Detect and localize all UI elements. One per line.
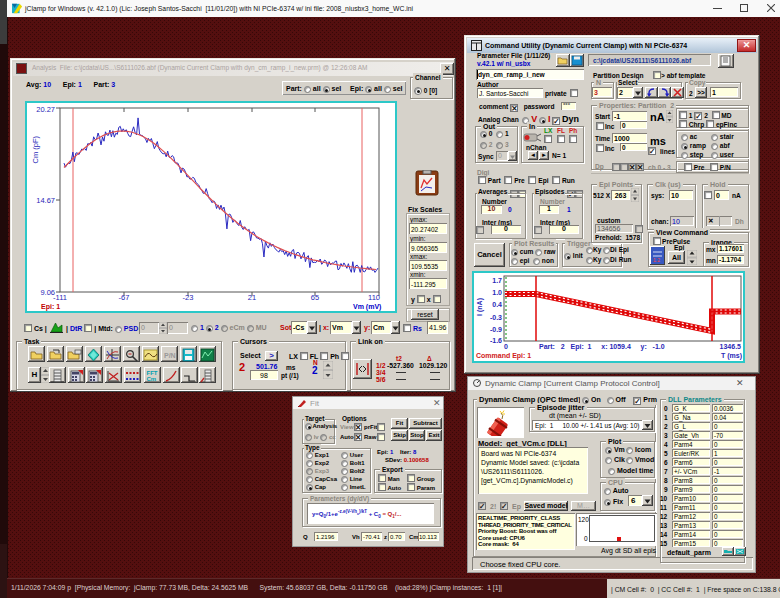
svg-text:21: 21	[248, 293, 256, 302]
svg-text:1.2: 1.2	[653, 257, 660, 263]
svg-text:Cm (pF): Cm (pF)	[31, 136, 40, 164]
svg-text:1.7: 1.7	[492, 277, 502, 284]
svg-text:-0.3: -0.3	[490, 314, 502, 321]
svg-text:P/N: P/N	[164, 352, 176, 359]
svg-text:T (ms): T (ms)	[721, 352, 742, 360]
svg-text:-111: -111	[53, 293, 67, 302]
svg-text:14.67: 14.67	[36, 196, 55, 205]
svg-text:1346.5: 1346.5	[720, 343, 742, 350]
svg-text:0: 0	[504, 343, 508, 350]
svg-text:I (nA): I (nA)	[476, 298, 484, 316]
svg-text:20.27: 20.27	[36, 105, 55, 114]
svg-text:Part: 2 Epi: 1 x: 105: Part: 2 Epi: 1 x: 1059.4 y: -1.0	[539, 343, 665, 351]
svg-text:110: 110	[368, 293, 380, 302]
svg-text:-0.9: -0.9	[490, 326, 502, 333]
svg-text:-1.6: -1.6	[490, 337, 502, 344]
svg-text:-67: -67	[119, 293, 130, 302]
svg-text:FFT: FFT	[147, 370, 158, 376]
svg-text:Command Epi: 1: Command Epi: 1	[476, 352, 531, 360]
svg-text:65: 65	[311, 293, 319, 302]
svg-text:-23: -23	[183, 293, 194, 302]
svg-text:0.4: 0.4	[492, 301, 502, 308]
svg-text:1.0: 1.0	[492, 289, 502, 296]
svg-text:Cm: Cm	[147, 376, 157, 382]
